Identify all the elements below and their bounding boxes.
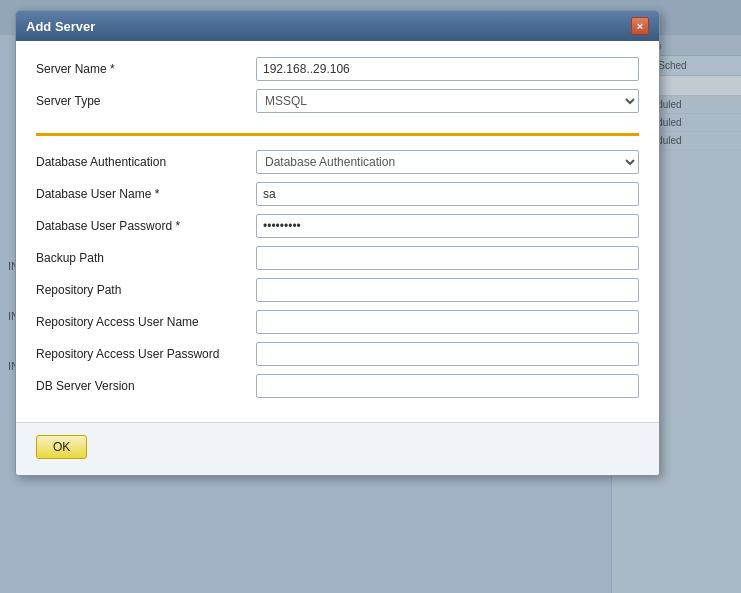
- repository-path-row: Repository Path: [36, 278, 639, 302]
- ok-button[interactable]: OK: [36, 435, 87, 459]
- db-server-version-label: DB Server Version: [36, 379, 256, 393]
- server-name-label: Server Name *: [36, 62, 256, 76]
- db-auth-select[interactable]: Database Authentication Windows Authenti…: [256, 150, 639, 174]
- db-auth-label: Database Authentication: [36, 155, 256, 169]
- repo-access-user-input[interactable]: [256, 310, 639, 334]
- repo-access-pwd-row: Repository Access User Password: [36, 342, 639, 366]
- dialog-close-button[interactable]: ×: [631, 17, 649, 35]
- dialog-top-section: Server Name * Server Type MSSQL: [36, 57, 639, 136]
- db-auth-row: Database Authentication Database Authent…: [36, 150, 639, 174]
- db-password-label: Database User Password *: [36, 219, 256, 233]
- db-username-label: Database User Name *: [36, 187, 256, 201]
- dialog-title: Add Server: [26, 19, 95, 34]
- dialog-overlay: Add Server × Server Name * Server Type M…: [0, 0, 741, 593]
- server-type-select[interactable]: MSSQL: [256, 89, 639, 113]
- add-server-dialog: Add Server × Server Name * Server Type M…: [15, 10, 660, 476]
- repo-access-user-label: Repository Access User Name: [36, 315, 256, 329]
- db-server-version-row: DB Server Version: [36, 374, 639, 398]
- backup-path-label: Backup Path: [36, 251, 256, 265]
- db-username-row: Database User Name *: [36, 182, 639, 206]
- dialog-body: Server Name * Server Type MSSQL Database…: [16, 41, 659, 422]
- db-username-input[interactable]: [256, 182, 639, 206]
- repo-access-pwd-input[interactable]: [256, 342, 639, 366]
- server-name-row: Server Name *: [36, 57, 639, 81]
- backup-path-row: Backup Path: [36, 246, 639, 270]
- server-name-input[interactable]: [256, 57, 639, 81]
- repo-access-pwd-label: Repository Access User Password: [36, 347, 256, 361]
- dialog-bottom-section: Database Authentication Database Authent…: [36, 136, 639, 398]
- backup-path-input[interactable]: [256, 246, 639, 270]
- repository-path-label: Repository Path: [36, 283, 256, 297]
- db-password-row: Database User Password *: [36, 214, 639, 238]
- dialog-titlebar: Add Server ×: [16, 11, 659, 41]
- db-server-version-input[interactable]: [256, 374, 639, 398]
- server-type-label: Server Type: [36, 94, 256, 108]
- repository-path-input[interactable]: [256, 278, 639, 302]
- db-password-input[interactable]: [256, 214, 639, 238]
- repo-access-user-row: Repository Access User Name: [36, 310, 639, 334]
- server-type-row: Server Type MSSQL: [36, 89, 639, 113]
- dialog-footer: OK: [16, 422, 659, 475]
